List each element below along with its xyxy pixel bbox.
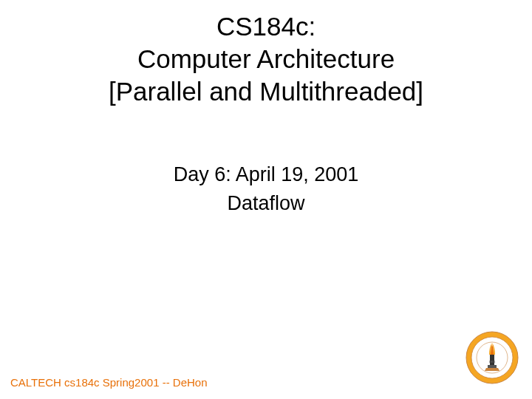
title-line-1: CS184c: [0, 10, 532, 43]
caltech-seal-icon: 1891 [466, 331, 519, 384]
subtitle-line-2: Dataflow [0, 189, 532, 218]
slide-subtitle: Day 6: April 19, 2001 Dataflow [0, 160, 532, 218]
slide-title: CS184c: Computer Architecture [Parallel … [0, 0, 532, 107]
footer-text: CALTECH cs184c Spring2001 -- DeHon [10, 376, 208, 389]
seal-year: 1891 [488, 360, 497, 364]
title-line-2: Computer Architecture [0, 43, 532, 75]
title-line-3: [Parallel and Multithreaded] [0, 75, 532, 108]
subtitle-line-1: Day 6: April 19, 2001 [0, 160, 532, 189]
